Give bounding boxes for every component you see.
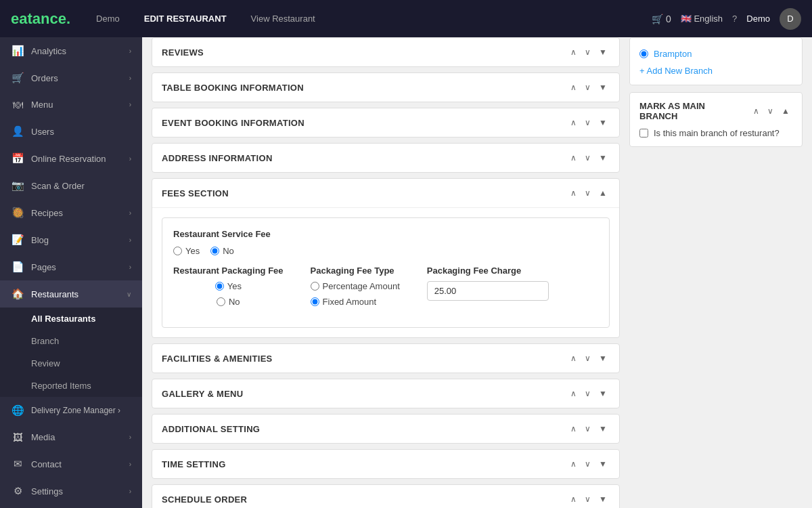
sidebar-item-menu[interactable]: 🍽 Menu › bbox=[0, 91, 142, 118]
branch-item-brampton[interactable]: Brampton bbox=[639, 46, 792, 62]
accordion-up-btn[interactable]: ∧ bbox=[568, 81, 579, 93]
chevron-right-icon: › bbox=[129, 461, 131, 468]
packaging-fee-no-radio[interactable] bbox=[217, 297, 225, 306]
accordion-close-btn[interactable]: ▼ bbox=[596, 152, 610, 164]
accordion-up-btn[interactable]: ∧ bbox=[568, 152, 579, 164]
mark-down-btn[interactable]: ∨ bbox=[765, 105, 776, 117]
sidebar-item-analytics[interactable]: 📊 Analytics › bbox=[0, 37, 142, 64]
accordion-header-address[interactable]: ADDRESS INFORMATION ∧ ∨ ▼ bbox=[152, 144, 619, 172]
restaurants-icon: 🏠 bbox=[11, 288, 24, 300]
accordion-down-btn[interactable]: ∨ bbox=[582, 458, 593, 470]
fees-box: Restaurant Service Fee Yes No bbox=[162, 217, 610, 328]
accordion-up-btn[interactable]: ∧ bbox=[568, 493, 579, 505]
sidebar-item-media[interactable]: 🖼 Media › bbox=[0, 424, 142, 450]
accordion-close-btn[interactable]: ▼ bbox=[596, 46, 610, 58]
fee-charge-input[interactable] bbox=[427, 281, 549, 301]
accordion-down-btn[interactable]: ∨ bbox=[582, 493, 593, 505]
accordion-down-btn[interactable]: ∨ bbox=[582, 423, 593, 435]
branch-radio[interactable] bbox=[639, 49, 648, 58]
accordion-expand-btn[interactable]: ▲ bbox=[596, 187, 610, 199]
service-fee-yes[interactable]: Yes bbox=[173, 246, 200, 256]
fixed-amount-option[interactable]: Fixed Amount bbox=[311, 297, 400, 307]
analytics-icon: 📊 bbox=[11, 45, 24, 57]
accordion-down-btn[interactable]: ∨ bbox=[582, 46, 593, 58]
chevron-right-icon: › bbox=[129, 236, 131, 244]
app-body: 📊 Analytics › 🛒 Orders › 🍽 Menu › 👤 User… bbox=[0, 37, 812, 508]
sidebar-item-recipes[interactable]: 🥘 Recipes › bbox=[0, 199, 142, 226]
accordion-down-btn[interactable]: ∨ bbox=[582, 152, 593, 164]
chevron-right-icon: › bbox=[129, 75, 131, 82]
packaging-no[interactable]: No bbox=[217, 297, 240, 307]
accordion-down-btn[interactable]: ∨ bbox=[582, 352, 593, 364]
sidebar-item-users[interactable]: 👤 Users bbox=[0, 118, 142, 145]
accordion-down-btn[interactable]: ∨ bbox=[582, 81, 593, 93]
accordion-close-btn[interactable]: ▼ bbox=[596, 387, 610, 400]
sidebar-item-settings[interactable]: ⚙ Settings › bbox=[0, 478, 142, 505]
accordion-up-btn[interactable]: ∧ bbox=[568, 187, 579, 199]
accordion-header-gallery[interactable]: GALLERY & MENU ∧ ∨ ▼ bbox=[152, 379, 619, 408]
accordion-up-btn[interactable]: ∧ bbox=[568, 117, 579, 129]
percentage-amount-option[interactable]: Percentage Amount bbox=[311, 281, 400, 291]
accordion-close-btn[interactable]: ▼ bbox=[596, 352, 610, 364]
nav-edit-restaurant[interactable]: EDIT RESTAURANT bbox=[139, 11, 232, 26]
language-selector[interactable]: 🇬🇧 English bbox=[681, 14, 723, 24]
accordion-header-table-booking[interactable]: TABLE BOOKING INFORMATION ∧ ∨ ▼ bbox=[152, 73, 619, 102]
sidebar-sub-item-all-restaurants[interactable]: All Restaurants bbox=[0, 308, 142, 330]
mark-up-btn[interactable]: ∧ bbox=[750, 105, 762, 117]
accordion-up-btn[interactable]: ∧ bbox=[568, 46, 579, 58]
chevron-down-icon: ∨ bbox=[127, 291, 131, 298]
mark-expand-btn[interactable]: ▲ bbox=[779, 105, 792, 117]
sidebar-item-contact[interactable]: ✉ Contact › bbox=[0, 450, 142, 478]
percentage-amount-radio[interactable] bbox=[311, 282, 319, 291]
accordion-close-btn[interactable]: ▼ bbox=[596, 423, 610, 435]
sidebar-item-scan-order[interactable]: 📷 Scan & Order bbox=[0, 172, 142, 199]
accordion-close-btn[interactable]: ▼ bbox=[596, 493, 610, 505]
users-icon: 👤 bbox=[11, 125, 24, 137]
service-fee-no-radio[interactable] bbox=[210, 247, 219, 255]
accordion-header-schedule[interactable]: SCHEDULE ORDER ∧ ∨ ▼ bbox=[152, 485, 619, 508]
accordion-header-reviews[interactable]: REVIEWS ∧ ∨ ▼ bbox=[152, 38, 619, 66]
sidebar-item-restaurants[interactable]: 🏠 Restaurants ∨ bbox=[0, 280, 142, 308]
accordion-header-fees[interactable]: FEES SECTION ∧ ∨ ▲ bbox=[152, 179, 619, 207]
main-branch-checkbox[interactable] bbox=[639, 129, 648, 137]
accordion-down-btn[interactable]: ∨ bbox=[582, 117, 593, 129]
accordion-header-facilities[interactable]: FACILITIES & AMENITIES ∧ ∨ ▼ bbox=[152, 344, 619, 373]
accordion-close-btn[interactable]: ▼ bbox=[596, 117, 610, 129]
nav-demo[interactable]: Demo bbox=[91, 11, 125, 26]
sidebar-item-blog[interactable]: 📝 Blog › bbox=[0, 226, 142, 253]
cart-icon[interactable]: 🛒 0 bbox=[652, 14, 671, 24]
accordion-header-additional[interactable]: ADDITIONAL SETTING ∧ ∨ ▼ bbox=[152, 415, 619, 443]
accordion-up-btn[interactable]: ∧ bbox=[568, 423, 579, 435]
packaging-fee-yes-radio[interactable] bbox=[215, 282, 224, 291]
fixed-amount-radio[interactable] bbox=[311, 297, 319, 306]
sidebar-sub-item-reported-items[interactable]: Reported Items bbox=[0, 375, 142, 397]
accordion-up-btn[interactable]: ∧ bbox=[568, 458, 579, 470]
accordion-up-btn[interactable]: ∧ bbox=[568, 387, 579, 400]
service-fee-yes-radio[interactable] bbox=[173, 247, 182, 255]
service-fee-no[interactable]: No bbox=[210, 246, 234, 256]
accordion-up-btn[interactable]: ∧ bbox=[568, 352, 579, 364]
accordion-close-btn[interactable]: ▼ bbox=[596, 81, 610, 93]
accordion-header-time[interactable]: TIME SETTING ∧ ∨ ▼ bbox=[152, 450, 619, 478]
sidebar-sub-item-review[interactable]: Review bbox=[0, 352, 142, 375]
chevron-right-icon: › bbox=[129, 209, 131, 217]
sidebar-item-pages[interactable]: 📄 Pages › bbox=[0, 253, 142, 280]
sidebar-item-delivery-zone[interactable]: 🌐 Delivery Zone Manager › bbox=[0, 397, 142, 424]
sidebar-sub-item-branch[interactable]: Branch bbox=[0, 330, 142, 352]
accordion-header-event-booking[interactable]: EVENT BOOKING INFORMATION ∧ ∨ ▼ bbox=[152, 108, 619, 137]
packaging-yes[interactable]: Yes bbox=[215, 281, 242, 291]
sidebar-item-orders[interactable]: 🛒 Orders › bbox=[0, 64, 142, 91]
nav-view-restaurant[interactable]: View Restaurant bbox=[246, 11, 321, 26]
sidebar-item-online-reservation[interactable]: 📅 Online Reservation › bbox=[0, 145, 142, 172]
add-branch-link[interactable]: + Add New Branch bbox=[639, 66, 713, 76]
accordion-schedule: SCHEDULE ORDER ∧ ∨ ▼ bbox=[152, 484, 620, 508]
sidebar-item-wpml[interactable]: W WPML › bbox=[0, 505, 142, 508]
chevron-right-icon: › bbox=[129, 263, 131, 271]
main-branch-checkbox-label[interactable]: Is this main branch of resturant? bbox=[639, 128, 792, 138]
accordion-down-btn[interactable]: ∨ bbox=[582, 387, 593, 400]
accordion-down-btn[interactable]: ∨ bbox=[582, 187, 593, 199]
accordion-close-btn[interactable]: ▼ bbox=[596, 458, 610, 470]
avatar[interactable]: D bbox=[780, 8, 801, 30]
sidebar-sub-restaurants: All Restaurants Branch Review Reported I… bbox=[0, 308, 142, 397]
help-icon[interactable]: ? bbox=[732, 14, 737, 24]
